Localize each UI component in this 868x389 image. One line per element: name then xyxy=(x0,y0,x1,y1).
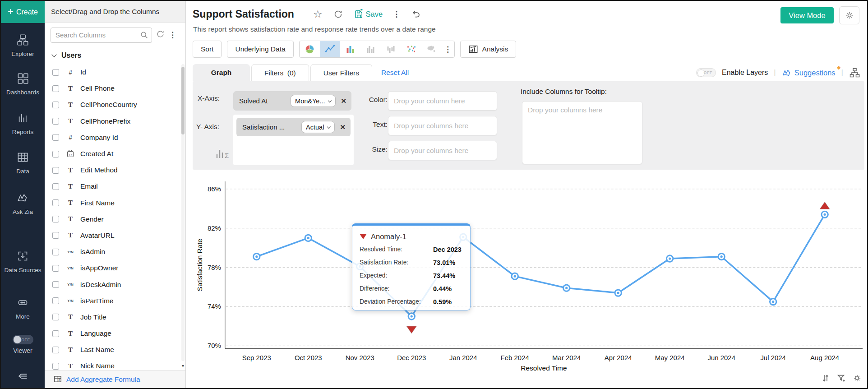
scatter-chart-icon[interactable] xyxy=(401,41,421,57)
y-axis-aggregate-dropdown[interactable]: Actual xyxy=(301,121,335,133)
grouped-bar-chart-icon[interactable] xyxy=(360,41,381,57)
scrollbar-thumb[interactable] xyxy=(181,67,185,134)
tab-graph[interactable]: Graph xyxy=(193,64,250,81)
column-row-language[interactable]: TLanguage xyxy=(45,325,185,342)
column-checkbox[interactable] xyxy=(52,151,59,157)
sidebar-item-more[interactable]: More xyxy=(1,296,45,321)
anomaly-marker-down[interactable] xyxy=(406,326,416,333)
viewer-toggle-pill[interactable]: OFF xyxy=(13,335,33,344)
chart-settings-gear-icon[interactable] xyxy=(853,374,862,383)
column-row-cellphonecountry[interactable]: TCellPhoneCountry xyxy=(45,97,185,113)
view-mode-button[interactable]: View Mode xyxy=(780,7,834,23)
remove-column-icon[interactable]: ✕ xyxy=(339,97,348,105)
table-group-users[interactable]: Users xyxy=(52,51,81,60)
column-checkbox[interactable] xyxy=(52,69,59,76)
column-row-created-at[interactable]: 17Created At xyxy=(45,146,185,162)
anomaly-marker-up[interactable] xyxy=(820,202,830,209)
column-row-first-name[interactable]: TFirst Name xyxy=(45,195,185,211)
settings-button[interactable] xyxy=(839,6,859,24)
scrollbar-down-arrow[interactable]: ▾ xyxy=(182,363,184,368)
underlying-data-button[interactable]: Underlying Data xyxy=(227,41,293,58)
create-button[interactable]: + Create xyxy=(1,1,45,23)
size-dropzone[interactable]: Drop your columns here xyxy=(388,141,497,160)
text-dropzone[interactable]: Drop your columns here xyxy=(388,116,497,135)
viewer-toggle[interactable]: OFF Viewer xyxy=(1,335,45,354)
column-row-isappowner[interactable]: Y/NisAppOwner xyxy=(45,260,185,276)
anomaly-tooltip-row: Expected:73.44% xyxy=(360,269,464,282)
aggregate-formula-icon[interactable]: Σ xyxy=(215,147,231,162)
sort-button[interactable]: Sort xyxy=(193,41,222,58)
collapse-sidebar-button[interactable] xyxy=(1,370,45,382)
search-columns-input[interactable] xyxy=(51,28,152,43)
tooltip-columns-dropzone[interactable]: Drop your columns here xyxy=(522,101,642,164)
color-dropzone[interactable]: Drop your column here xyxy=(388,91,497,111)
add-aggregate-formula-button[interactable]: Σ Add Aggregate Formula xyxy=(45,370,185,388)
filter-add-icon[interactable] xyxy=(837,374,846,383)
sidebar-item-dashboards[interactable]: Dashboards xyxy=(1,72,45,97)
column-checkbox[interactable] xyxy=(52,102,59,108)
column-row-isdeskadmin[interactable]: Y/NisDeskAdmin xyxy=(45,276,185,292)
column-checkbox[interactable] xyxy=(52,118,59,125)
sidebar-item-data[interactable]: Data xyxy=(1,151,45,176)
column-row-nick-name[interactable]: TNick Name xyxy=(45,358,185,370)
suggestions-button[interactable]: Suggestions ◆ xyxy=(782,69,836,77)
hierarchy-view-icon[interactable] xyxy=(849,67,860,78)
y-axis-column-chip[interactable]: Satisfaction ... Actual ✕ xyxy=(236,118,351,136)
tab-filters[interactable]: Filters (0) xyxy=(251,64,309,81)
sidebar-item-explorer[interactable]: Explorer xyxy=(1,34,45,58)
enable-layers-toggle[interactable]: OFF xyxy=(696,68,716,77)
bar-chart-icon[interactable] xyxy=(340,41,360,57)
column-checkbox[interactable] xyxy=(52,281,59,288)
y-axis-drop-area[interactable]: Satisfaction ... Actual ✕ xyxy=(233,115,354,165)
sidebar-item-data-sources[interactable]: Data Sources xyxy=(1,250,45,274)
column-row-avatarurl[interactable]: TAvatarURL xyxy=(45,227,185,244)
more-chart-types-icon[interactable]: ⋮ xyxy=(442,41,454,57)
reset-all-link[interactable]: Reset All xyxy=(381,69,409,77)
sidebar-item-reports[interactable]: Reports xyxy=(1,112,45,136)
favorite-star-icon[interactable]: ☆ xyxy=(313,9,323,19)
column-checkbox[interactable] xyxy=(52,297,59,304)
sidebar-item-ask-zia[interactable]: Ask Zia xyxy=(1,192,45,216)
analysis-button[interactable]: Analysis xyxy=(460,41,517,58)
column-row-isparttime[interactable]: Y/NisPartTime xyxy=(45,293,185,309)
column-checkbox[interactable] xyxy=(52,134,59,141)
column-checkbox[interactable] xyxy=(52,314,59,320)
column-checkbox[interactable] xyxy=(52,85,59,92)
x-axis-column-chip[interactable]: Solved At Mon&Ye... ✕ xyxy=(233,91,351,111)
column-checkbox[interactable] xyxy=(52,249,59,255)
column-checkbox[interactable] xyxy=(52,199,59,206)
columns-more-options-icon[interactable]: ⋮ xyxy=(169,31,176,39)
column-row-company-id[interactable]: #Company Id xyxy=(45,130,185,146)
line-chart-icon[interactable] xyxy=(320,41,340,57)
column-row-isadmin[interactable]: Y/NisAdmin xyxy=(45,244,185,260)
x-axis-granularity-dropdown[interactable]: Mon&Ye... xyxy=(291,95,336,107)
column-checkbox[interactable] xyxy=(52,167,59,174)
dropdown-value: Mon&Ye... xyxy=(295,97,325,105)
refresh-report-icon[interactable] xyxy=(333,9,343,19)
remove-column-icon[interactable]: ✕ xyxy=(338,123,347,131)
refresh-columns-icon[interactable] xyxy=(156,30,165,40)
column-checkbox[interactable] xyxy=(52,216,59,222)
column-row-edit-method[interactable]: TEdit Method xyxy=(45,162,185,178)
column-row-email[interactable]: TEmail xyxy=(45,178,185,194)
stacked-bar-chart-icon[interactable] xyxy=(381,41,401,57)
column-row-cell-phone[interactable]: TCell Phone xyxy=(45,80,185,97)
tab-user-filters[interactable]: User Filters xyxy=(310,64,372,81)
map-chart-icon[interactable] xyxy=(421,41,442,57)
column-checkbox[interactable] xyxy=(52,347,59,353)
report-more-options-icon[interactable]: ⋮ xyxy=(392,10,400,18)
column-row-id[interactable]: #Id xyxy=(45,64,185,80)
undo-icon[interactable] xyxy=(411,9,420,19)
column-checkbox[interactable] xyxy=(52,363,59,370)
sort-data-icon[interactable] xyxy=(821,374,830,383)
save-button[interactable]: * Save xyxy=(354,9,383,19)
column-checkbox[interactable] xyxy=(52,232,59,239)
column-checkbox[interactable] xyxy=(52,183,59,190)
column-row-last-name[interactable]: TLast Name xyxy=(45,342,185,358)
pie-chart-icon[interactable] xyxy=(300,41,320,57)
column-row-cellphoneprefix[interactable]: TCellPhonePrefix xyxy=(45,113,185,130)
column-checkbox[interactable] xyxy=(52,330,59,337)
column-checkbox[interactable] xyxy=(52,265,59,272)
column-row-job-title[interactable]: TJob Title xyxy=(45,309,185,325)
column-row-gender[interactable]: TGender xyxy=(45,211,185,227)
